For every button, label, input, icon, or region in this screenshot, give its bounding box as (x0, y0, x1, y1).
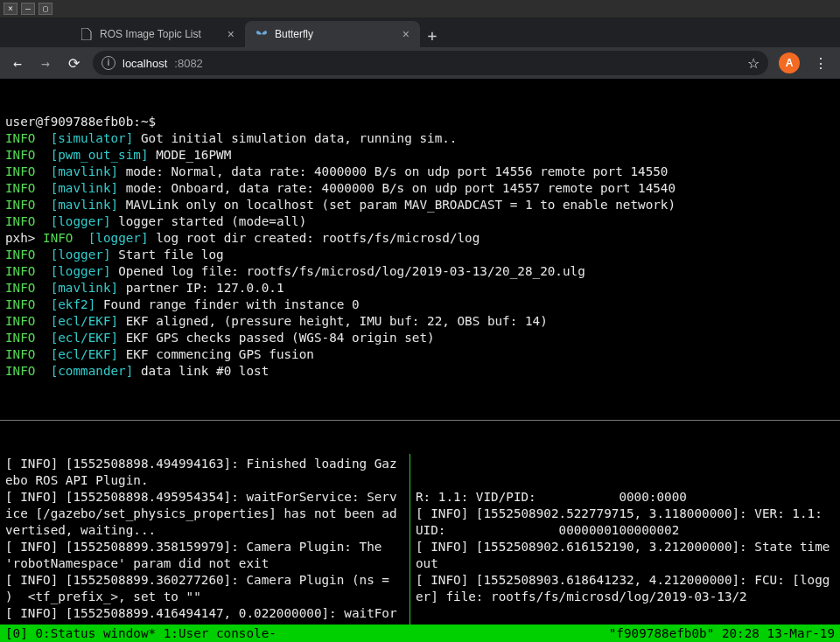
back-button[interactable]: ← (9, 55, 26, 72)
tab-label: ROS Image Topic List (100, 28, 201, 40)
reload-button[interactable]: ⟳ (65, 55, 82, 72)
browser-toolbar: ← → ⟳ i localhost:8082 ☆ A ⋮ (0, 47, 840, 79)
log-line: INFO [pwm_out_sim] MODE_16PWM (5, 147, 835, 164)
close-icon[interactable]: × (402, 27, 410, 41)
log-line: INFO [logger] Start file log (5, 247, 835, 263)
terminal-top-pane[interactable]: user@f909788efb0b:~$INFO [simulator] Got… (0, 112, 840, 380)
log-line: INFO [logger] logger started (mode=all) (5, 213, 835, 230)
status-left: [0] 0:Status window* 1:User console- (5, 625, 276, 642)
site-info-icon[interactable]: i (102, 56, 116, 70)
address-bar[interactable]: i localhost:8082 ☆ (93, 51, 768, 75)
close-icon[interactable]: × (228, 27, 234, 41)
tab-ros-image-topic-list[interactable]: ROS Image Topic List × (70, 21, 245, 47)
terminal-area[interactable]: user@f909788efb0b:~$INFO [simulator] Got… (0, 79, 840, 642)
tab-butterfly[interactable]: Butterfly × (245, 21, 420, 47)
bookmark-star-icon[interactable]: ☆ (747, 55, 760, 72)
butterfly-icon (256, 28, 268, 40)
browser-tabs-bar: ROS Image Topic List × Butterfly × + (0, 17, 840, 47)
log-line: INFO [ecl/EKF] EKF aligned, (pressure he… (5, 313, 835, 330)
log-line: INFO [commander] data link #0 lost (5, 363, 835, 380)
url-host: localhost (122, 57, 167, 70)
log-line: INFO [mavlink] MAVLink only on localhost… (5, 197, 835, 213)
tmux-status-bar: [0] 0:Status window* 1:User console- "f9… (0, 625, 840, 642)
window-close-button[interactable]: × (4, 3, 18, 15)
url-port: :8082 (174, 57, 203, 70)
terminal-left-pane[interactable]: [ INFO] [1552508898.494994163]: Finished… (0, 454, 410, 642)
terminal-right-top-pane[interactable]: R: 1.1: VID/PID: 0000:0000 [ INFO] [1552… (416, 489, 835, 642)
log-line: INFO [ekf2] Found range finder with inst… (5, 297, 835, 313)
log-line: INFO [ecl/EKF] EKF commencing GPS fusion (5, 346, 835, 363)
window-maximize-button[interactable]: ▢ (38, 3, 52, 15)
pane-divider-horizontal (0, 420, 840, 421)
log-line: INFO [ecl/EKF] EKF GPS checks passed (WG… (5, 330, 835, 346)
forward-button: → (37, 55, 54, 72)
window-minimize-button[interactable]: — (21, 3, 35, 15)
terminal-right-pane[interactable]: R: 1.1: VID/PID: 0000:0000 [ INFO] [1552… (410, 454, 840, 642)
document-icon (80, 28, 93, 40)
new-tab-button[interactable]: + (420, 23, 444, 47)
tab-label: Butterfly (275, 28, 313, 40)
log-line: INFO [simulator] Got initial simulation … (5, 130, 835, 147)
browser-menu-button[interactable]: ⋮ (810, 55, 831, 72)
log-line: INFO [mavlink] mode: Normal, data rate: … (5, 164, 835, 180)
log-line: INFO [mavlink] partner IP: 127.0.0.1 (5, 280, 835, 297)
window-titlebar: × — ▢ (0, 0, 840, 17)
log-line: INFO [logger] Opened log file: rootfs/fs… (5, 263, 835, 280)
log-line: pxh> INFO [logger] log root dir created:… (5, 230, 835, 247)
log-line: user@f909788efb0b:~$ (5, 114, 835, 130)
status-right: "f909788efb0b" 20:28 13-Mar-19 (609, 625, 835, 642)
profile-avatar[interactable]: A (779, 52, 800, 73)
log-line: INFO [mavlink] mode: Onboard, data rate:… (5, 180, 835, 197)
